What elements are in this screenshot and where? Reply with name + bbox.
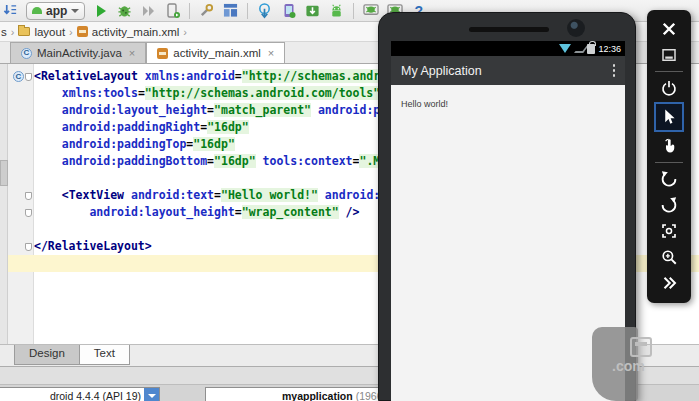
- app-content[interactable]: Hello world!: [391, 85, 625, 119]
- tab-activity-main-xml[interactable]: activity_main.xml ×: [146, 42, 285, 63]
- run-button[interactable]: [92, 2, 109, 19]
- phone-camera: [567, 19, 585, 37]
- gutter-row[interactable]: [8, 204, 34, 221]
- screenshot-button[interactable]: [654, 219, 684, 243]
- gutter-row[interactable]: [8, 238, 34, 255]
- avd-manager-icon[interactable]: [280, 2, 297, 19]
- sort-order-icon[interactable]: [2, 2, 19, 19]
- process-selector-value: myapplication(1966): [206, 390, 389, 401]
- zoom-button[interactable]: [654, 245, 684, 269]
- debug-button[interactable]: [116, 2, 133, 19]
- rotate-left-button[interactable]: [654, 167, 684, 191]
- fold-marker-icon[interactable]: [25, 73, 32, 81]
- code-token: "Hello world!": [221, 188, 318, 202]
- code-token: [318, 188, 325, 202]
- emulator-close-button[interactable]: [654, 17, 684, 41]
- close-icon[interactable]: ×: [129, 47, 135, 59]
- code-token: "match_parent": [214, 103, 311, 117]
- power-button[interactable]: [654, 76, 684, 100]
- gutter-row[interactable]: [8, 255, 34, 272]
- breadcrumb-separator: ›: [11, 26, 15, 38]
- close-icon[interactable]: ×: [268, 47, 274, 59]
- code-token: [34, 188, 62, 202]
- breadcrumb-separator: ›: [183, 26, 187, 38]
- more-tools-button[interactable]: [654, 271, 684, 295]
- project-structure-icon[interactable]: [222, 2, 239, 19]
- code-token: android:paddingBottom: [62, 154, 207, 168]
- code-token: xmlns:tools: [62, 86, 138, 100]
- class-icon: C: [21, 48, 32, 59]
- splitter-handle[interactable]: [0, 160, 8, 186]
- code-token: android:layout_height: [89, 205, 234, 219]
- touch-tool-button[interactable]: [654, 134, 684, 158]
- code-token: [34, 86, 62, 100]
- fold-marker-icon[interactable]: [25, 192, 32, 200]
- gutter-row[interactable]: [8, 170, 34, 187]
- hello-world-text: Hello world!: [401, 99, 448, 109]
- gutter-row[interactable]: [8, 102, 34, 119]
- code-token: =: [235, 205, 242, 219]
- battery-lock-icon: [587, 44, 595, 54]
- code-token: =: [138, 86, 145, 100]
- code-token: [138, 69, 145, 83]
- code-token: [339, 205, 346, 219]
- tab-design[interactable]: Design: [14, 345, 80, 365]
- gutter-row[interactable]: [8, 136, 34, 153]
- toolbar-divider: [655, 162, 683, 163]
- sdk-manager-icon[interactable]: [304, 2, 321, 19]
- code-token: />: [346, 205, 360, 219]
- process-selector[interactable]: myapplication(1966): [205, 387, 405, 401]
- watermark-logo: [630, 337, 652, 357]
- editor-gutter: C: [8, 68, 34, 272]
- emulator-minimize-button[interactable]: [654, 43, 684, 67]
- code-token: [34, 205, 89, 219]
- code-token: "16dp": [214, 154, 256, 168]
- settings-wrench-icon[interactable]: [198, 2, 215, 19]
- overflow-menu-icon[interactable]: [613, 64, 616, 77]
- gutter-row[interactable]: [8, 187, 34, 204]
- chevron-down-icon: [71, 9, 79, 13]
- gutter-row[interactable]: [8, 221, 34, 238]
- folder-icon: [18, 27, 30, 36]
- code-token: [256, 154, 263, 168]
- code-token: [311, 103, 318, 117]
- emulator-screen[interactable]: 12:36 My Application Hello world!: [391, 41, 625, 401]
- app-title: My Application: [401, 64, 613, 78]
- breadcrumb-item-layout[interactable]: layout: [34, 26, 65, 38]
- code-token: =: [214, 188, 221, 202]
- phone-speaker: [469, 27, 549, 32]
- tab-text[interactable]: Text: [80, 345, 130, 365]
- code-token: tools:context: [263, 154, 353, 168]
- breadcrumb-prefix[interactable]: s: [1, 26, 7, 38]
- gutter-row[interactable]: C: [8, 68, 34, 85]
- breadcrumb-separator: ›: [69, 26, 73, 38]
- run-config-dropdown[interactable]: app: [26, 2, 85, 20]
- app-action-bar: My Application: [391, 56, 625, 85]
- dropdown-button[interactable]: [144, 388, 159, 401]
- code-token: =: [207, 103, 214, 117]
- android-robot-icon[interactable]: [328, 2, 345, 19]
- run-config-label: app: [46, 4, 67, 18]
- run-on-device-icon[interactable]: [164, 2, 181, 19]
- sync-gradle-icon[interactable]: [256, 2, 273, 19]
- pointer-tool-button[interactable]: [654, 102, 684, 132]
- fold-marker-icon[interactable]: [25, 243, 32, 251]
- code-token: android:layout_height: [62, 103, 207, 117]
- breadcrumb-item-file[interactable]: activity_main.xml: [92, 26, 180, 38]
- gutter-row[interactable]: [8, 119, 34, 136]
- code-token: "16dp": [193, 137, 235, 151]
- force-step-icon[interactable]: [140, 2, 157, 19]
- xml-file-icon: [157, 48, 168, 59]
- device-selector[interactable]: droid 4.4.4 (API 19): [0, 387, 160, 401]
- gutter-row[interactable]: [8, 153, 34, 170]
- fold-marker-icon[interactable]: [25, 209, 32, 217]
- tab-mainactivity-java[interactable]: C MainActivity.java ×: [10, 42, 146, 63]
- code-token: [34, 137, 62, 151]
- wifi-icon: [559, 44, 571, 53]
- device-monitor-icon[interactable]: [362, 2, 379, 19]
- rotate-right-button[interactable]: [654, 193, 684, 217]
- gutter-row[interactable]: [8, 85, 34, 102]
- editor-left-strip: [0, 64, 8, 344]
- code-token: android:text: [131, 188, 214, 202]
- code-token: xmlns:android: [145, 69, 235, 83]
